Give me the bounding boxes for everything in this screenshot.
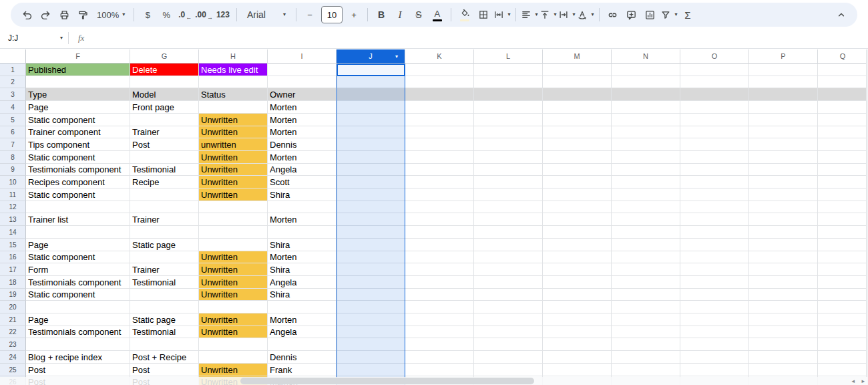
cell-M11[interactable] [543,188,612,201]
cell-M25[interactable] [543,364,612,376]
cell-Q1[interactable] [818,63,868,76]
cell-P19[interactable] [749,289,818,301]
cell-K16[interactable] [405,251,474,263]
cell-K8[interactable] [405,151,474,164]
cell-F19[interactable]: Static component [26,289,130,301]
cell-M9[interactable] [543,164,612,176]
row-header-10[interactable]: 10 [0,176,26,188]
cell-O22[interactable] [680,326,749,338]
cell-K17[interactable] [405,263,474,276]
cell-I13[interactable]: Morten [268,213,337,226]
cell-O9[interactable] [680,164,749,176]
row-header-24[interactable]: 24 [0,351,26,364]
text-wrapping-button[interactable]: ▾ [558,6,576,23]
cell-I23[interactable] [268,338,337,351]
cell-N2[interactable] [612,76,680,88]
cell-J13[interactable] [337,213,405,226]
bold-button[interactable]: B [373,6,390,23]
cell-K10[interactable] [405,176,474,188]
insert-link-button[interactable] [604,6,622,23]
cell-Q12[interactable] [818,201,868,213]
cell-N22[interactable] [612,326,680,338]
cell-K19[interactable] [405,289,474,301]
cell-I4[interactable]: Morten [268,101,337,114]
cell-N23[interactable] [612,338,680,351]
row-header-12[interactable]: 12 [0,201,26,213]
cell-N14[interactable] [612,226,680,239]
cell-K9[interactable] [405,164,474,176]
row-header-2[interactable]: 2 [0,76,26,88]
cell-O7[interactable] [680,138,749,151]
cell-G20[interactable] [130,301,199,313]
cell-F3[interactable]: Type [26,88,130,101]
cell-H25[interactable]: Unwritten [199,364,268,376]
zoom-select[interactable]: 100% ▾ [93,6,129,23]
cell-M10[interactable] [543,176,612,188]
cell-M13[interactable] [543,213,612,226]
cell-H12[interactable] [199,201,268,213]
cell-Q3[interactable] [818,88,868,101]
cell-O1[interactable] [680,63,749,76]
cell-F12[interactable] [26,201,130,213]
column-header-G[interactable]: G [130,49,199,63]
cell-H20[interactable] [199,301,268,313]
cell-Q21[interactable] [818,313,868,326]
cell-H24[interactable] [199,351,268,364]
cell-K13[interactable] [405,213,474,226]
cell-F22[interactable]: Testimonials component [26,326,130,338]
cell-L4[interactable] [474,101,543,114]
undo-button[interactable] [18,6,35,23]
cell-N19[interactable] [612,289,680,301]
cell-L3[interactable] [474,88,543,101]
column-header-Q[interactable]: Q [818,49,868,63]
cell-H2[interactable] [199,76,268,88]
cell-F5[interactable]: Static component [26,114,130,126]
cell-Q25[interactable] [818,364,868,376]
cell-N17[interactable] [612,263,680,276]
cell-Q15[interactable] [818,239,868,251]
text-color-button[interactable]: A [429,6,446,23]
cell-I9[interactable]: Angela [268,164,337,176]
cell-L2[interactable] [474,76,543,88]
row-header-19[interactable]: 19 [0,289,26,301]
cell-O18[interactable] [680,276,749,289]
cell-L12[interactable] [474,201,543,213]
cell-Q24[interactable] [818,351,868,364]
cell-O14[interactable] [680,226,749,239]
cell-G4[interactable]: Front page [130,101,199,114]
cell-I14[interactable] [268,226,337,239]
cell-P1[interactable] [749,63,818,76]
cell-Q16[interactable] [818,251,868,263]
cell-O17[interactable] [680,263,749,276]
cell-F23[interactable] [26,338,130,351]
column-header-J[interactable]: J▾ [337,49,405,63]
cell-L23[interactable] [474,338,543,351]
cell-I16[interactable]: Morten [268,251,337,263]
collapse-toolbar-button[interactable] [833,6,850,23]
cell-P16[interactable] [749,251,818,263]
cell-F21[interactable]: Page [26,313,130,326]
cell-O3[interactable] [680,88,749,101]
cell-L15[interactable] [474,239,543,251]
cell-I22[interactable]: Angela [268,326,337,338]
cell-J18[interactable] [337,276,405,289]
cell-N20[interactable] [612,301,680,313]
cell-K21[interactable] [405,313,474,326]
name-box[interactable]: J:J ▾ [0,33,67,43]
cell-O10[interactable] [680,176,749,188]
cell-P18[interactable] [749,276,818,289]
cell-Q4[interactable] [818,101,868,114]
cell-F8[interactable]: Static component [26,151,130,164]
cell-Q9[interactable] [818,164,868,176]
cell-H21[interactable]: Unwritten [199,313,268,326]
cell-N21[interactable] [612,313,680,326]
cell-I10[interactable]: Scott [268,176,337,188]
redo-button[interactable] [37,6,54,23]
cell-O5[interactable] [680,114,749,126]
cell-J20[interactable] [337,301,405,313]
cell-J9[interactable] [337,164,405,176]
cell-I8[interactable]: Morten [268,151,337,164]
cell-K5[interactable] [405,114,474,126]
cell-J6[interactable] [337,126,405,138]
column-header-M[interactable]: M [543,49,612,63]
